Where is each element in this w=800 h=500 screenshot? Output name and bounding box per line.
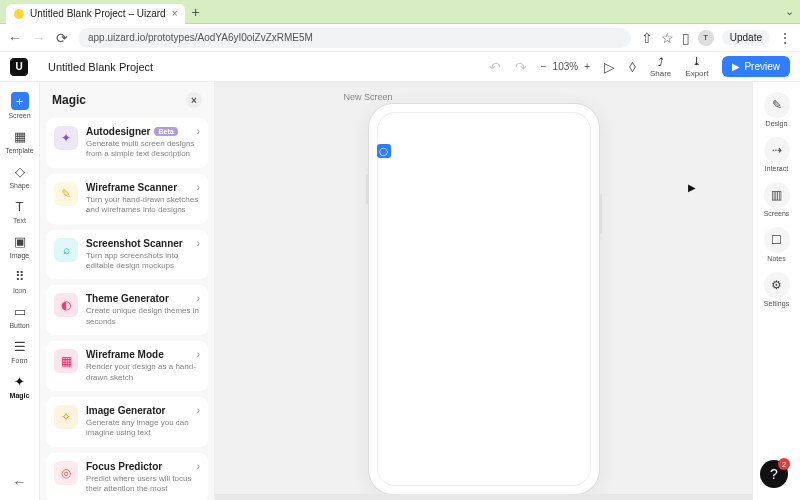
share-button[interactable]: ⤴ Share [650,56,671,78]
magic-item-icon: ✦ [54,126,78,150]
right-item-design[interactable]: ✎Design [764,92,790,127]
sidebar-back-icon[interactable]: ← [13,464,27,500]
zoom-level[interactable]: 103% [553,61,579,72]
browser-update-button[interactable]: Update [722,30,770,45]
zoom-out-icon[interactable]: − [541,61,547,72]
back-icon[interactable]: ← [8,30,22,46]
share-icon: ⤴ [658,56,664,68]
magic-item-icon: ✎ [54,182,78,206]
form-icon: ☰ [11,337,29,355]
design-icon: ✎ [764,92,790,118]
chevron-right-icon: › [197,182,200,193]
browser-menu-icon[interactable]: ⋮ [778,30,792,46]
notes-icon: ☐ [764,227,790,253]
magic-item-image-generator[interactable]: ✧Image GeneratorGenerate any image you c… [46,397,208,447]
tab-title: Untitled Blank Project – Uizard [30,8,166,19]
settings-icon: ⚙ [764,272,790,298]
forward-icon[interactable]: → [32,30,46,46]
image-icon: ▣ [11,232,29,250]
magic-panel: Magic × ✦AutodesignerBetaGenerate multi … [40,82,215,500]
chevron-right-icon: › [197,349,200,360]
sidebar-item-form[interactable]: ☰Form [5,333,33,368]
right-item-interact[interactable]: ⇢Interact [764,137,790,172]
right-item-screens[interactable]: ▥Screens [764,182,790,217]
magic-item-icon: ◎ [54,461,78,485]
reload-icon[interactable]: ⟳ [56,30,68,46]
sidebar-item-screen[interactable]: +Screen [5,88,33,123]
selection-handle-icon[interactable]: ◯ [377,144,391,158]
magic-item-icon: ◐ [54,293,78,317]
sidebar-item-text[interactable]: TText [5,193,33,228]
sidebar-item-template[interactable]: ▦Template [5,123,33,158]
template-icon: ▦ [11,127,29,145]
chevron-right-icon: › [197,238,200,249]
app-logo[interactable]: U [10,58,28,76]
text-icon: T [11,197,29,215]
magic-item-theme-generator[interactable]: ◐Theme GeneratorCreate unique design the… [46,285,208,335]
help-badge: 2 [778,458,790,470]
tool-icon[interactable]: ◊ [629,59,636,75]
browser-toolbar: ← → ⟳ app.uizard.io/prototypes/AodYA6yI0… [0,24,800,52]
zoom-in-icon[interactable]: + [584,61,590,72]
export-button[interactable]: ⤓ Export [685,55,708,78]
left-sidebar: +Screen▦Template◇ShapeTText▣Image⠿Icon▭B… [0,82,40,500]
sidebar-item-shape[interactable]: ◇Shape [5,158,33,193]
project-title[interactable]: Untitled Blank Project [48,61,153,73]
zoom-control: − 103% + [541,61,590,72]
app-header: U Untitled Blank Project ↶ ↷ − 103% + ▷ … [0,52,800,82]
interact-icon: ⇢ [764,137,790,163]
magic-item-autodesigner[interactable]: ✦AutodesignerBetaGenerate multi screen d… [46,118,208,168]
button-icon: ▭ [11,302,29,320]
chevron-right-icon: › [197,293,200,304]
magic-item-screenshot-scanner[interactable]: ⌕Screenshot ScannerTurn app screenshots … [46,230,208,280]
magic-item-icon: ✧ [54,405,78,429]
right-item-settings[interactable]: ⚙Settings [764,272,790,307]
browser-avatar[interactable]: T [698,30,714,46]
preview-button[interactable]: ▶ Preview [722,56,790,77]
device-frame[interactable]: ◯ [369,104,599,494]
browser-tab[interactable]: Untitled Blank Project – Uizard × [6,4,185,24]
screen-label[interactable]: New Screen [344,92,393,102]
export-icon: ⤓ [692,55,701,68]
tabs-overflow-icon[interactable]: ⌄ [785,5,794,18]
undo-icon[interactable]: ↶ [489,59,501,75]
tab-close-icon[interactable]: × [172,8,178,19]
sidebar-item-icon[interactable]: ⠿Icon [5,263,33,298]
chevron-right-icon: › [197,461,200,472]
beta-badge: Beta [154,127,177,136]
icon-icon: ⠿ [11,267,29,285]
play-mode-icon[interactable]: ▷ [604,59,615,75]
sidebar-item-button[interactable]: ▭Button [5,298,33,333]
panel-close-icon[interactable]: × [186,92,202,108]
magic-icon: ✦ [11,372,29,390]
canvas[interactable]: New Screen ◯ ▶ [215,82,752,500]
magic-item-wireframe-scanner[interactable]: ✎Wireframe ScannerTurn your hand-drawn s… [46,174,208,224]
redo-icon[interactable]: ↷ [515,59,527,75]
magic-item-icon: ⌕ [54,238,78,262]
help-button[interactable]: ? 2 [760,460,788,488]
address-bar[interactable]: app.uizard.io/prototypes/AodYA6yI0oiZvZx… [78,28,631,48]
magic-item-focus-predictor[interactable]: ◎Focus PredictorPredict where users will… [46,453,208,500]
panel-title: Magic [52,93,86,107]
right-item-notes[interactable]: ☐Notes [764,227,790,262]
browser-tab-strip: Untitled Blank Project – Uizard × + ⌄ [0,0,800,24]
screen-icon: + [11,92,29,110]
chevron-right-icon: › [197,405,200,416]
share-page-icon[interactable]: ⇧ [641,30,653,46]
play-icon: ▶ [732,61,740,72]
magic-item-icon: ▦ [54,349,78,373]
chevron-right-icon: › [197,126,200,137]
sidebar-item-image[interactable]: ▣Image [5,228,33,263]
cursor-icon: ▶ [688,182,696,193]
new-tab-button[interactable]: + [191,4,199,20]
screens-icon: ▥ [764,182,790,208]
url-text: app.uizard.io/prototypes/AodYA6yI0oiZvZx… [88,32,313,43]
tab-favicon [14,9,24,19]
magic-item-wireframe-mode[interactable]: ▦Wireframe ModeRender your design as a h… [46,341,208,391]
bookmark-icon[interactable]: ☆ [661,30,674,46]
right-sidebar: ✎Design⇢Interact▥Screens☐Notes⚙Settings [752,82,800,500]
sidebar-item-magic[interactable]: ✦Magic [5,368,33,403]
horizontal-scrollbar[interactable] [215,494,752,500]
shape-icon: ◇ [11,162,29,180]
panel-icon[interactable]: ▯ [682,30,690,46]
